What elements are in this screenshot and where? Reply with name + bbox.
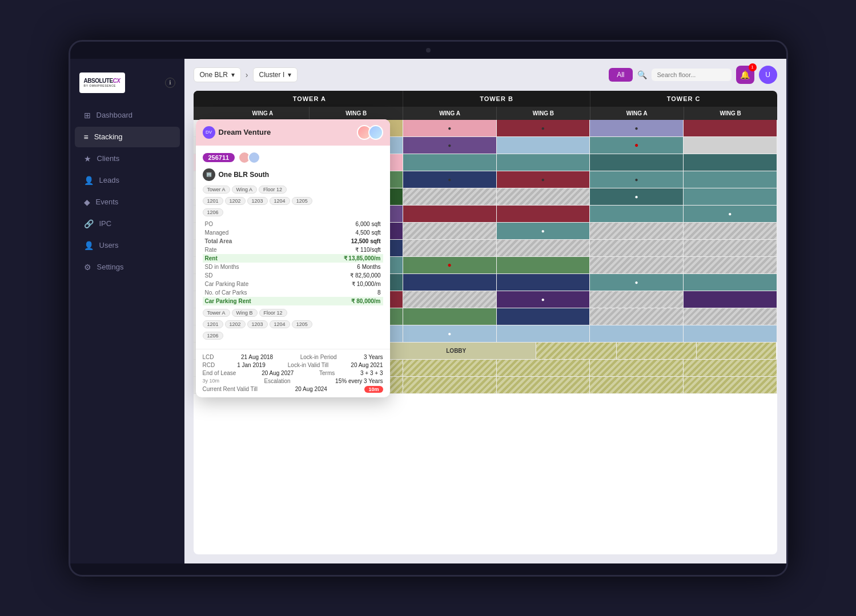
lease-remaining: 3y 10m [203,378,220,384]
cell-tb-wb-11[interactable] [497,154,590,171]
sd-months-value: 6 Months [302,263,383,271]
cell-tc-wa-g[interactable] [617,343,697,359]
tag-unit-1201-b: 1201 [203,320,223,328]
cell-tc-wa-7[interactable] [590,223,684,239]
cell-tc-wa-t[interactable] [590,120,684,136]
tag-tower-b: Tower A [203,309,230,317]
cell-b2-2-4[interactable] [497,377,590,393]
cell-tc-wb-7[interactable] [684,223,777,239]
cell-b2-1-5[interactable] [590,360,684,376]
cell-b2-2-5[interactable] [590,377,684,393]
cell-tc-wb-t[interactable] [684,120,777,136]
cell-tb-wa-1[interactable]: ● [403,325,497,342]
cell-tb-wb-4[interactable] [497,274,590,291]
managed-value: 4,500 sqft [302,228,383,237]
sidebar-item-clients[interactable]: ★ Clients [75,148,180,169]
stacking-area: TOWER A TOWER B TOWER C WING A WING B WI… [184,91,786,563]
deal-id-badge: 256711 [203,153,235,162]
cell-b2-2-3[interactable] [403,377,497,393]
top-bar: One BLR ▾ › Cluster I ▾ All 🔍 🔔 1 [184,59,786,91]
cell-tc-wa-6[interactable] [590,240,684,256]
cell-tc-wa-8[interactable] [590,206,684,222]
cell-tb-wa-12[interactable] [403,137,497,154]
cell-tc-wb-6[interactable] [684,240,777,256]
cell-tc-wb-1[interactable] [684,325,777,342]
cell-tb-wb-6[interactable] [497,240,590,256]
cell-tb-wa-4[interactable] [403,274,497,291]
no-car-parks-label: No. of Car Parks [203,288,302,297]
cell-tc-wa-1[interactable] [590,325,684,342]
cell-tb-wa-3[interactable] [403,291,497,308]
cell-tc-wa-3[interactable] [590,291,684,308]
cell-tc-wb-5[interactable] [684,257,777,273]
cell-tb-wb-5[interactable] [497,257,590,273]
breadcrumb-cluster[interactable]: Cluster I ▾ [253,67,298,82]
breadcrumb-one-blr[interactable]: One BLR ▾ [194,67,241,82]
cell-tc-wb-10[interactable] [684,171,777,188]
cell-tc-wa-2[interactable] [590,308,684,325]
cell-tb-wb-8[interactable] [497,206,590,222]
cell-tb-wa-6[interactable] [403,240,497,256]
tag-unit-1203-b: 1203 [247,320,268,328]
cell-tb-wa-8[interactable] [403,206,497,222]
tower-a-wing-b: WING B [309,107,403,120]
notification-button[interactable]: 🔔 1 [736,66,754,84]
sidebar-item-users[interactable]: 👤 Users [75,235,180,256]
cell-tc-wa-5[interactable] [590,257,684,273]
row-po: PO 6,000 sqft [203,220,383,228]
all-filter-button[interactable]: All [609,68,632,82]
cell-b2-2-6[interactable] [684,377,777,393]
cell-tb-wa-2[interactable] [403,308,497,325]
cell-tb-wb-3[interactable]: ● [497,291,590,308]
cell-b2-1-3[interactable] [403,360,497,376]
sidebar-item-leads[interactable]: 👤 Leads [75,170,180,191]
cell-tb-wa-10[interactable] [403,171,497,188]
total-area-label: Total Area [203,237,302,245]
sidebar-item-ipc[interactable]: 🔗 IPC [75,214,180,234]
cell-tc-wb-4[interactable] [684,274,777,291]
sidebar-item-events[interactable]: ◆ Events [75,192,180,212]
row-sd-months: SD in Months 6 Months [203,263,383,271]
user-avatar[interactable]: U [759,66,777,84]
po-value: 6,000 sqft [302,220,383,228]
top-bar-right: All 🔍 🔔 1 U [609,66,777,84]
logo-area: ABSOLUTECX BY OMNIPRESENCE ℹ [70,68,184,104]
cell-b2-1-6[interactable] [684,360,777,376]
cell-tb-wb-7[interactable]: ● [497,223,590,239]
cell-tb-wb-t[interactable] [497,120,590,136]
cell-tb-wa-t[interactable] [403,120,497,136]
cell-tb-wa-9[interactable] [403,188,497,205]
cell-tc-wa-9[interactable]: ● [590,188,684,205]
cell-tb-wa-7[interactable] [403,223,497,239]
cell-tc-wa-10[interactable] [590,171,684,188]
cell-tb-wb-g[interactable] [536,343,616,359]
cell-tb-wa-11[interactable] [403,154,497,171]
tower-b-wing-b: WING B [496,107,590,120]
cell-tb-wb-10[interactable] [497,171,590,188]
cell-tc-wb-g[interactable] [697,343,777,359]
tower-b-wing-a: WING A [403,107,496,120]
cell-tc-wb-2[interactable] [684,308,777,325]
cell-tc-wb-11[interactable] [684,154,777,171]
cell-tb-wa-5[interactable]: ● [403,257,497,273]
cell-tc-wa-11[interactable] [590,154,684,171]
search-input[interactable] [652,69,732,81]
cell-tb-wb-2[interactable] [497,308,590,325]
cell-tc-wa-12[interactable]: ● [590,137,684,154]
cell-tb-wb-1[interactable] [497,325,590,342]
cell-b2-1-4[interactable] [497,360,590,376]
cell-tc-wa-4[interactable]: ● [590,274,684,291]
cell-tb-lobby: LOBBY [376,343,536,359]
row-rent: Rent ₹ 13,85,000/m [203,254,383,263]
cell-tb-wb-9[interactable] [497,188,590,205]
sidebar-item-stacking[interactable]: ≡ Stacking [75,127,180,147]
cell-tc-wb-3[interactable] [684,291,777,308]
info-icon[interactable]: ℹ [165,78,175,88]
cell-tc-wb-12[interactable] [684,137,777,154]
sidebar-item-settings[interactable]: ⚙ Settings [75,257,180,277]
sidebar-item-dashboard[interactable]: ⊞ Dashboard [75,105,180,126]
cell-tc-wb-8[interactable]: ● [684,206,777,222]
info-table-1: PO 6,000 sqft Managed 4,500 sqft Total A… [203,220,383,305]
cell-tb-wb-12[interactable] [497,137,590,154]
cell-tc-wb-9[interactable] [684,188,777,205]
